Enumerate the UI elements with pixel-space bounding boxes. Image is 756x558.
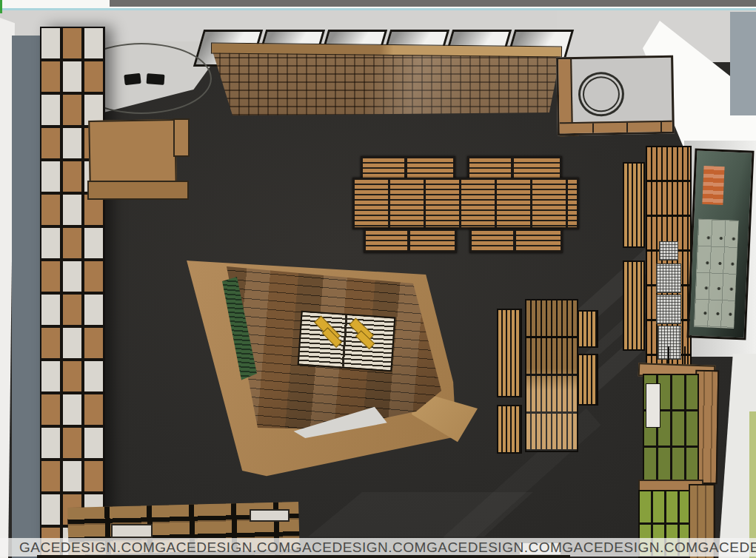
vertical-slat-bench xyxy=(623,260,645,351)
white-crate xyxy=(111,524,153,538)
watermark-band: GACEDESIGN.COM GACEDESIGN.COM GACEDESIGN… xyxy=(0,538,756,557)
white-crate xyxy=(250,509,290,522)
locker-white-cell xyxy=(646,383,660,428)
chair-top-view-icon xyxy=(124,73,141,85)
watermark-text: GACEDESIGN.COM xyxy=(291,538,426,557)
floor-light-patch xyxy=(289,492,533,537)
vertical-slat-bench xyxy=(623,162,645,248)
poster-thumbnail-grid xyxy=(694,219,738,329)
watermark-text: GACEDESIGN.COM xyxy=(19,538,155,557)
cashier-desk-return xyxy=(173,118,190,157)
poster-orange-block xyxy=(702,166,724,205)
mesh-basket xyxy=(656,263,681,293)
watermark-text: GACEDESIGN.COM xyxy=(426,538,562,557)
cubby-shelf-wall xyxy=(40,27,105,558)
slat-bench xyxy=(469,229,563,253)
watermark-text: GACEDESIGN.COM xyxy=(698,538,756,557)
mesh-basket xyxy=(659,241,678,260)
mesh-basket xyxy=(658,326,681,360)
vertical-slat-bench xyxy=(497,405,522,454)
cashier-desk-top xyxy=(88,119,176,184)
mesh-basket xyxy=(656,295,681,324)
vertical-slat-bench xyxy=(578,310,598,348)
slat-bench xyxy=(364,229,457,253)
chair-top-view-icon xyxy=(147,73,165,85)
store-interior-render: GACEDESIGN.COM GACEDESIGN.COM GACEDESIGN… xyxy=(0,0,756,558)
slat-display-table-large xyxy=(352,178,579,229)
watermark-text: GACEDESIGN.COM xyxy=(562,538,698,557)
counter-wood-front xyxy=(560,121,672,134)
right-top-wall xyxy=(730,12,756,115)
top-dark-strip xyxy=(110,0,756,7)
top-left-green-tick xyxy=(0,0,2,13)
right-edge-green-strip xyxy=(749,411,756,558)
vertical-slat-table-large xyxy=(525,299,578,452)
left-blue-gray-wall xyxy=(12,36,43,558)
cashier-desk-front xyxy=(87,181,189,200)
bottom-crate-edge-strip xyxy=(37,555,570,558)
wall-poster xyxy=(686,148,754,340)
vertical-slat-bench xyxy=(578,354,598,406)
vertical-slat-bench xyxy=(497,309,522,397)
watermark-text: GACEDESIGN.COM xyxy=(155,538,290,557)
top-cyan-line xyxy=(0,8,756,10)
platform-display-table xyxy=(298,311,396,372)
service-counter xyxy=(556,56,675,136)
